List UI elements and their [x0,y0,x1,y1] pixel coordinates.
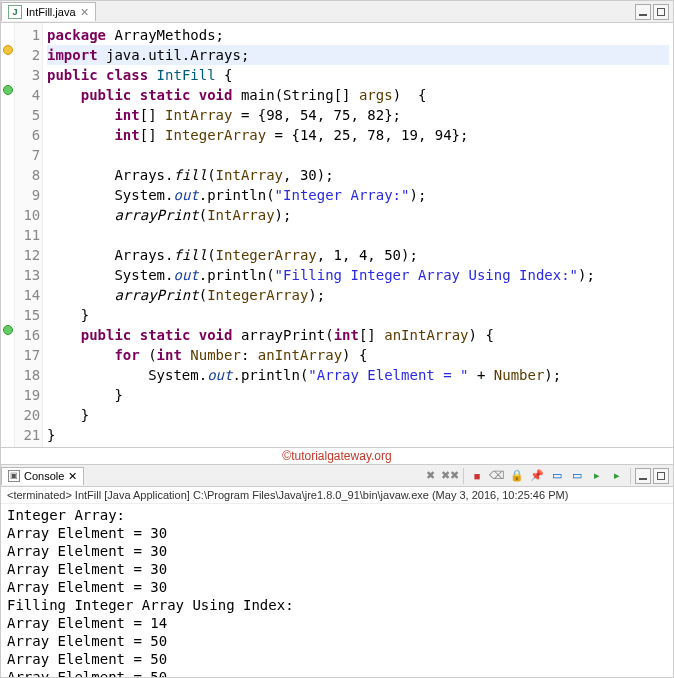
pin-icon[interactable]: 📌 [528,467,546,485]
line-12: Arrays.fill(IntegerArray, 1, 4, 50); [47,247,418,263]
console-pane: ▣ Console ✕ ✖ ✖✖ ■ ⌫ 🔒 📌 ▭ ▭ ▸ ▸ <termin… [1,465,673,678]
minimize-button[interactable] [635,4,651,20]
open-console-icon[interactable]: ▭ [568,467,586,485]
java-file-icon: J [8,5,22,19]
line-14: arrayPrint(IntegerArray); [47,287,325,303]
line-8: Arrays.fill(IntArray, 30); [47,167,334,183]
terminate-icon[interactable]: ■ [468,467,486,485]
line-9: System.out.println("Integer Array:"); [47,187,426,203]
close-icon[interactable]: ✕ [80,6,89,19]
line-7 [47,147,55,163]
line-4: public static void main(String[] args) { [47,87,426,103]
line-5: int[] IntArray = {98, 54, 75, 82}; [47,107,401,123]
line-20: } [47,407,89,423]
display-selected-icon[interactable]: ▭ [548,467,566,485]
code-area[interactable]: 1 2 3 4 5 6 7 8 9 10 11 12 13 14 15 16 1… [1,23,673,447]
editor-window-controls [635,4,673,20]
console-tab-bar: ▣ Console ✕ ✖ ✖✖ ■ ⌫ 🔒 📌 ▭ ▭ ▸ ▸ [1,465,673,487]
editor-tab-intfill[interactable]: J IntFill.java ✕ [1,2,96,21]
marker-strip [1,23,15,447]
console-tab-label: Console [24,470,64,482]
line-13: System.out.println("Filling Integer Arra… [47,267,595,283]
line-6: int[] IntegerArray = {14, 25, 78, 19, 94… [47,127,468,143]
close-icon[interactable]: ✕ [68,470,77,483]
line-17: for (int Number: anIntArray) { [47,347,367,363]
minimize-button[interactable] [635,468,651,484]
show-when-err-icon[interactable]: ▸ [608,467,626,485]
editor-tab-bar: J IntFill.java ✕ [1,1,673,23]
line-10: arrayPrint(IntArray); [47,207,291,223]
separator [630,468,631,484]
line-3: public class IntFill { [47,67,232,83]
watermark-text: ©tutorialgateway.org [1,447,673,465]
editor-pane: J IntFill.java ✕ 1 2 3 4 5 6 7 8 9 10 11… [1,1,673,447]
console-output[interactable]: Integer Array: Array Elelment = 30 Array… [1,504,673,678]
line-19: } [47,387,123,403]
console-toolbar: ✖ ✖✖ ■ ⌫ 🔒 📌 ▭ ▭ ▸ ▸ [421,467,673,485]
scroll-lock-icon[interactable]: 🔒 [508,467,526,485]
clear-icon[interactable]: ⌫ [488,467,506,485]
console-tab[interactable]: ▣ Console ✕ [1,467,84,485]
line-16: public static void arrayPrint(int[] anIn… [47,327,494,343]
line-1: package ArrayMethods; [47,27,224,43]
run-marker [3,85,13,95]
line-11 [47,227,55,243]
maximize-button[interactable] [653,4,669,20]
remove-terminated-icon[interactable]: ✖ [421,467,439,485]
code-content[interactable]: package ArrayMethods; import java.util.A… [43,23,673,447]
remove-all-icon[interactable]: ✖✖ [441,467,459,485]
warning-marker [3,45,13,55]
maximize-button[interactable] [653,468,669,484]
override-marker [3,325,13,335]
line-21: } [47,427,55,443]
line-gutter: 1 2 3 4 5 6 7 8 9 10 11 12 13 14 15 16 1… [15,23,43,447]
console-status: <terminated> IntFill [Java Application] … [1,487,673,504]
separator [463,468,464,484]
show-when-out-icon[interactable]: ▸ [588,467,606,485]
editor-tab-label: IntFill.java [26,6,76,18]
line-2: import java.util.Arrays; [47,45,669,65]
console-icon: ▣ [8,470,20,482]
line-18: System.out.println("Array Elelment = " +… [47,367,561,383]
line-15: } [47,307,89,323]
